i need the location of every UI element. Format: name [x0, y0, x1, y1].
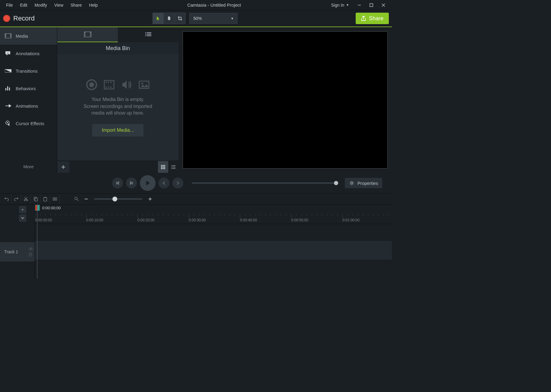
playhead-time: 0:00:00;00: [42, 206, 61, 210]
svg-rect-53: [171, 165, 172, 166]
next-frame-button[interactable]: [126, 178, 137, 188]
redo-button[interactable]: [11, 194, 21, 204]
lock-icon[interactable]: [29, 252, 32, 256]
media-icon: [5, 33, 11, 39]
svg-rect-22: [90, 32, 91, 33]
menu-view[interactable]: View: [51, 1, 67, 9]
record-button[interactable]: Record: [3, 14, 35, 22]
behaviors-icon: [5, 86, 11, 91]
add-track-button[interactable]: +: [19, 206, 26, 213]
svg-rect-55: [171, 167, 172, 167]
import-media-button[interactable]: Import Media...: [92, 124, 144, 137]
sidebar-item-cursor-effects[interactable]: Cursor Effects: [0, 115, 57, 132]
play-button[interactable]: [140, 175, 156, 191]
svg-rect-46: [164, 165, 165, 166]
svg-point-59: [351, 182, 353, 184]
ruler-mark: 0:01:00;00: [342, 218, 360, 222]
speaker-icon: [121, 79, 133, 91]
playhead-marker-icon[interactable]: [35, 205, 40, 211]
svg-rect-49: [164, 166, 165, 168]
sidebar-item-annotations[interactable]: a Annotations: [0, 45, 57, 62]
list-view-button[interactable]: [168, 161, 178, 173]
grid-view-button[interactable]: [158, 161, 168, 173]
svg-rect-77: [29, 254, 32, 256]
svg-rect-10: [10, 36, 11, 37]
next-marker-button[interactable]: [172, 178, 183, 188]
sidebar-label: Media: [16, 33, 28, 39]
svg-point-70: [75, 197, 77, 200]
sidebar-item-behaviors[interactable]: Behaviors: [0, 80, 57, 97]
properties-button[interactable]: Properties: [345, 178, 382, 188]
pointer-tool[interactable]: [153, 13, 164, 24]
zoom-search-icon: [72, 194, 81, 204]
add-media-button[interactable]: [57, 161, 69, 173]
track-header[interactable]: Track 1: [0, 242, 35, 261]
zoom-in-button[interactable]: [145, 194, 155, 204]
sidebar-item-transitions[interactable]: Transitions: [0, 62, 57, 80]
animations-icon: [5, 103, 11, 109]
signin-button[interactable]: Sign In ▼: [327, 3, 354, 8]
empty-icons: [86, 79, 150, 91]
undo-button[interactable]: [2, 194, 11, 204]
svg-rect-40: [139, 81, 149, 88]
timeline-ruler[interactable]: 0:00:00;00 0:00:10;00 0:00:20;00 0:00:30…: [35, 212, 392, 224]
maximize-button[interactable]: [365, 1, 377, 10]
share-button[interactable]: Share: [356, 13, 389, 24]
close-button[interactable]: [377, 1, 389, 10]
panel-tab-media[interactable]: [57, 27, 118, 42]
zoom-out-button[interactable]: [81, 194, 91, 204]
playhead[interactable]: 0:00:00;00: [35, 205, 61, 211]
paste-button[interactable]: [40, 194, 50, 204]
hand-tool[interactable]: [164, 13, 175, 24]
crop-tool[interactable]: [175, 13, 185, 24]
transitions-icon: [5, 68, 11, 74]
menu-help[interactable]: Help: [85, 1, 101, 9]
menu-edit[interactable]: Edit: [17, 1, 31, 9]
record-label: Record: [13, 14, 35, 22]
window-title: Camtasia - Untitled Project: [101, 2, 327, 8]
caret-down-icon: ▼: [346, 3, 349, 7]
svg-rect-51: [162, 168, 164, 169]
sidebar-item-animations[interactable]: Animations: [0, 97, 57, 115]
track-lane[interactable]: [35, 241, 392, 260]
svg-rect-7: [5, 36, 6, 37]
svg-rect-26: [147, 32, 151, 33]
svg-rect-9: [10, 35, 11, 36]
ruler-mark: 0:00:20;00: [137, 218, 155, 222]
svg-rect-54: [172, 165, 175, 166]
panel-tab-library[interactable]: [118, 27, 178, 42]
svg-rect-14: [7, 86, 8, 90]
menu-share[interactable]: Share: [67, 1, 85, 9]
copy-button[interactable]: [31, 194, 40, 204]
playback-scrubber[interactable]: [192, 182, 336, 184]
minimize-button[interactable]: [353, 1, 365, 10]
menu-file[interactable]: File: [2, 1, 17, 9]
sidebar-more[interactable]: More: [0, 160, 57, 173]
caret-down-icon: ▼: [231, 17, 234, 20]
canvas[interactable]: [183, 31, 388, 169]
svg-rect-56: [172, 167, 175, 167]
panel-header: Media Bin: [57, 42, 178, 55]
menubar: File Edit Modify View Share Help: [2, 1, 101, 9]
prev-frame-button[interactable]: [112, 178, 123, 188]
svg-rect-65: [35, 198, 37, 201]
scrubber-thumb[interactable]: [334, 181, 338, 185]
timeline-tracks-area[interactable]: 0:00:00;00 0:00:00;00 0:00:10;00 0:00:20…: [35, 205, 392, 278]
svg-rect-45: [162, 165, 164, 166]
eye-icon[interactable]: [29, 247, 33, 250]
svg-rect-23: [90, 34, 91, 34]
svg-rect-27: [145, 34, 146, 35]
cut-button[interactable]: [21, 194, 31, 204]
track-menu-button[interactable]: [19, 214, 26, 222]
svg-rect-67: [45, 197, 46, 198]
zoom-select[interactable]: 50% ▼: [189, 13, 238, 24]
ruler-mark: 0:00:40;00: [240, 218, 257, 222]
timeline-zoom-slider[interactable]: [94, 198, 142, 200]
track-name: Track 1: [4, 249, 18, 254]
menu-modify[interactable]: Modify: [31, 1, 51, 9]
sidebar-item-media[interactable]: Media: [0, 27, 57, 45]
prev-marker-button[interactable]: [159, 178, 169, 188]
split-button[interactable]: [50, 194, 60, 204]
zoom-thumb[interactable]: [112, 197, 117, 201]
svg-rect-6: [5, 35, 6, 36]
